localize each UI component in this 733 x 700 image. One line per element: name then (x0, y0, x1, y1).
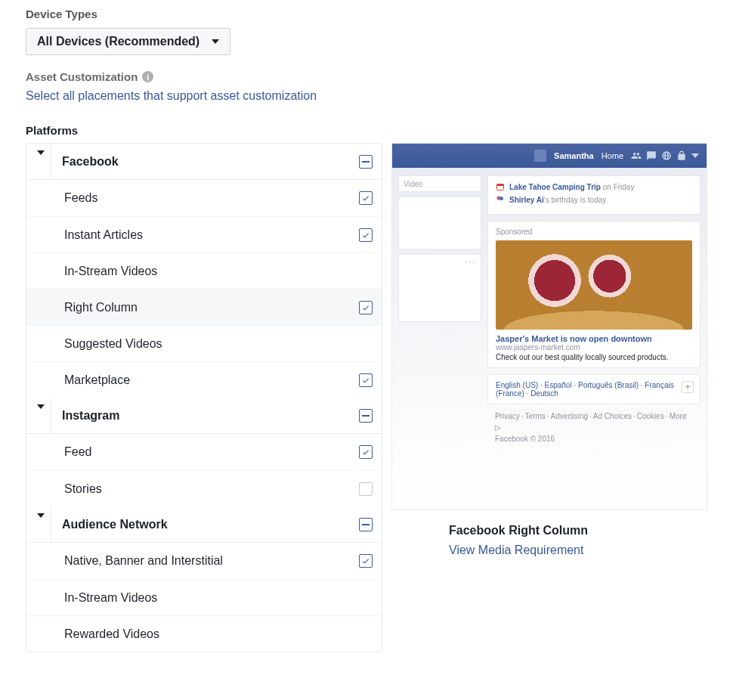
placement-checkbox-marketplace[interactable] (359, 373, 373, 387)
preview-user-name: Samantha (554, 151, 594, 160)
placement-item-label: Native, Banner and Interstitial (64, 554, 359, 568)
platform-group-label: Facebook (62, 155, 359, 169)
device-types-label: Device Types (26, 8, 707, 20)
placement-checkbox-feed[interactable] (359, 445, 373, 459)
svg-rect-1 (497, 184, 504, 187)
placement-item-label: Suggested Videos (64, 337, 373, 351)
placement-item-label: Marketplace (64, 373, 359, 387)
placement-item-native-banner-and-interstitial[interactable]: Native, Banner and Interstitial (26, 543, 382, 579)
ad-description: Check out our best quality locally sourc… (496, 353, 692, 361)
footer-link: Ad Choices (593, 412, 632, 420)
ad-title: Jasper's Market is now open downtown (496, 334, 692, 343)
asset-customization-link[interactable]: Select all placements that support asset… (26, 89, 707, 103)
preview-content-block: ··· (398, 254, 481, 322)
placement-checkbox-native-banner-and-interstitial[interactable] (359, 554, 373, 568)
view-media-requirement-link[interactable]: View Media Requirement (449, 544, 707, 557)
preview-home-link: Home (602, 151, 623, 160)
footer-link: Terms (525, 412, 546, 420)
placement-checkbox-feeds[interactable] (359, 191, 373, 205)
platform-group-label: Audience Network (62, 518, 359, 531)
platform-group-instagram[interactable]: Instagram (26, 398, 382, 434)
globe-icon (661, 150, 672, 161)
group-checkbox-instagram[interactable] (359, 409, 373, 423)
svg-point-3 (499, 197, 503, 200)
language-link: Español (544, 381, 571, 389)
ad-choices-icon: ▷ (495, 423, 501, 432)
collapse-toggle[interactable] (36, 518, 51, 531)
chevron-down-icon (37, 150, 45, 168)
platforms-label: Platforms (26, 124, 707, 137)
footer-link: Advertising (551, 412, 588, 420)
info-icon[interactable]: i (142, 71, 153, 82)
placement-item-label: In-Stream Videos (64, 265, 373, 278)
placement-item-label: In-Stream Videos (64, 591, 373, 605)
placement-checkbox-right-column[interactable] (359, 301, 373, 314)
placement-item-feeds[interactable]: Feeds (26, 180, 382, 216)
avatar-icon (534, 150, 546, 162)
lock-icon (676, 150, 687, 161)
placement-item-label: Rewarded Videos (64, 627, 373, 641)
placement-item-in-stream-videos[interactable]: In-Stream Videos (26, 252, 382, 289)
preview-video-block: Video (398, 175, 481, 192)
placement-checkbox-stories[interactable] (359, 482, 373, 496)
language-link: Português (Brasil) (578, 381, 639, 389)
placement-item-in-stream-videos[interactable]: In-Stream Videos (26, 579, 382, 615)
language-link: Deutsch (530, 389, 558, 398)
calendar-icon (496, 182, 505, 191)
placement-checkbox-instant-articles[interactable] (359, 228, 373, 242)
preview-content-block (398, 197, 481, 249)
placement-item-instant-articles[interactable]: Instant Articles (26, 216, 382, 252)
device-types-dropdown[interactable]: All Devices (Recommended) (26, 28, 230, 55)
placement-preview: Samantha Home Video ··· (391, 143, 707, 510)
language-link: English (US) (496, 381, 538, 389)
footer-link: More (670, 412, 687, 420)
friends-icon (631, 150, 642, 161)
placement-item-label: Right Column (64, 301, 359, 314)
preview-footer-links: Privacy·Terms·Advertising·Ad Choices·Coo… (487, 410, 701, 444)
balloon-icon (496, 195, 505, 204)
platforms-tree: FacebookFeedsInstant ArticlesIn-Stream V… (26, 143, 382, 652)
collapse-toggle[interactable] (36, 155, 51, 169)
ad-image (496, 240, 692, 330)
placement-item-label: Stories (64, 482, 359, 496)
placement-item-rewarded-videos[interactable]: Rewarded Videos (26, 615, 382, 652)
placement-item-label: Feed (64, 445, 359, 459)
asset-customization-label: Asset Customization (26, 70, 138, 83)
ad-url: www.jaspers-market.com (496, 343, 692, 352)
placement-item-suggested-videos[interactable]: Suggested Videos (26, 325, 382, 361)
chevron-down-icon (212, 39, 219, 44)
preview-languages-card: + English (US) · Español · Português (Br… (487, 374, 701, 404)
preview-events-card: Lake Tahoe Camping Trip on Friday Shirle… (487, 175, 701, 215)
collapse-toggle[interactable] (36, 409, 51, 423)
placement-item-feed[interactable]: Feed (26, 434, 382, 470)
placement-item-label: Instant Articles (64, 228, 359, 242)
group-checkbox-audience-network[interactable] (359, 518, 373, 531)
footer-link: Cookies (637, 412, 664, 420)
messages-icon (646, 150, 657, 161)
plus-icon: + (682, 381, 694, 393)
preview-topbar: Samantha Home (392, 144, 707, 168)
placement-item-right-column[interactable]: Right Column (26, 289, 382, 325)
platform-group-facebook[interactable]: Facebook (26, 144, 382, 180)
placement-title: Facebook Right Column (449, 524, 707, 537)
sponsored-label: Sponsored (496, 228, 692, 236)
chevron-down-icon (37, 404, 45, 422)
placement-item-label: Feeds (64, 191, 359, 205)
platform-group-audience-network[interactable]: Audience Network (26, 506, 382, 543)
placement-item-marketplace[interactable]: Marketplace (26, 361, 382, 398)
placement-item-stories[interactable]: Stories (26, 470, 382, 506)
device-types-selected: All Devices (Recommended) (37, 35, 199, 48)
group-checkbox-facebook[interactable] (359, 155, 373, 169)
chevron-down-icon (37, 513, 45, 531)
chevron-down-icon (691, 153, 699, 158)
footer-link: Privacy (495, 412, 520, 420)
preview-sponsored-card: Sponsored Jasper's Market is now open do… (487, 221, 701, 368)
platform-group-label: Instagram (62, 409, 359, 423)
